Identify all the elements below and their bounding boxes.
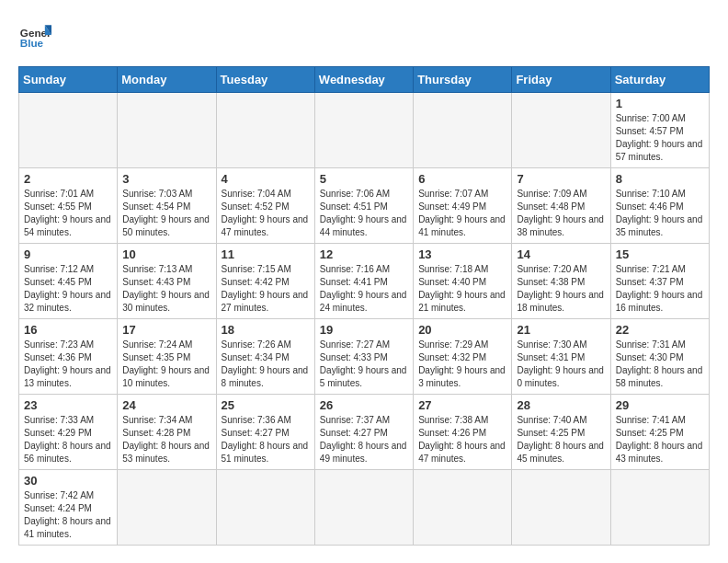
day-info: Sunrise: 7:30 AM Sunset: 4:31 PM Dayligh…	[517, 339, 605, 390]
day-info: Sunrise: 7:29 AM Sunset: 4:32 PM Dayligh…	[418, 339, 506, 390]
day-info: Sunrise: 7:40 AM Sunset: 4:25 PM Dayligh…	[517, 414, 605, 465]
day-info: Sunrise: 7:21 AM Sunset: 4:37 PM Dayligh…	[616, 263, 704, 315]
calendar-cell	[414, 93, 512, 168]
calendar-cell: 10Sunrise: 7:13 AM Sunset: 4:43 PM Dayli…	[118, 244, 216, 319]
calendar-cell: 22Sunrise: 7:31 AM Sunset: 4:30 PM Dayli…	[610, 319, 709, 395]
day-info: Sunrise: 7:38 AM Sunset: 4:26 PM Dayligh…	[418, 414, 506, 465]
calendar-cell: 7Sunrise: 7:09 AM Sunset: 4:48 PM Daylig…	[512, 168, 610, 244]
day-number: 7	[517, 172, 605, 186]
calendar-cell: 5Sunrise: 7:06 AM Sunset: 4:51 PM Daylig…	[314, 168, 413, 244]
day-info: Sunrise: 7:33 AM Sunset: 4:29 PM Dayligh…	[24, 414, 112, 465]
weekday-saturday: Saturday	[610, 67, 709, 93]
day-number: 18	[222, 323, 310, 337]
day-number: 13	[418, 247, 506, 261]
calendar-cell: 27Sunrise: 7:38 AM Sunset: 4:26 PM Dayli…	[414, 395, 512, 470]
calendar-week-1: 2Sunrise: 7:01 AM Sunset: 4:55 PM Daylig…	[19, 168, 710, 244]
calendar-week-5: 30Sunrise: 7:42 AM Sunset: 4:24 PM Dayli…	[19, 470, 710, 546]
day-number: 28	[517, 398, 605, 412]
weekday-thursday: Thursday	[414, 67, 512, 93]
day-number: 25	[222, 398, 310, 412]
day-number: 2	[24, 172, 112, 186]
calendar-cell: 28Sunrise: 7:40 AM Sunset: 4:25 PM Dayli…	[512, 395, 610, 470]
day-number: 15	[616, 247, 704, 261]
calendar-cell: 8Sunrise: 7:10 AM Sunset: 4:46 PM Daylig…	[610, 168, 709, 244]
weekday-wednesday: Wednesday	[314, 67, 413, 93]
day-number: 23	[24, 398, 112, 412]
weekday-sunday: Sunday	[19, 67, 118, 93]
day-info: Sunrise: 7:27 AM Sunset: 4:33 PM Dayligh…	[320, 339, 408, 390]
calendar-cell: 11Sunrise: 7:15 AM Sunset: 4:42 PM Dayli…	[216, 244, 314, 319]
calendar-cell: 19Sunrise: 7:27 AM Sunset: 4:33 PM Dayli…	[314, 319, 413, 395]
day-info: Sunrise: 7:42 AM Sunset: 4:24 PM Dayligh…	[24, 489, 112, 541]
day-number: 11	[222, 247, 310, 261]
day-info: Sunrise: 7:23 AM Sunset: 4:36 PM Dayligh…	[24, 339, 112, 390]
calendar-week-2: 9Sunrise: 7:12 AM Sunset: 4:45 PM Daylig…	[19, 244, 710, 319]
day-info: Sunrise: 7:18 AM Sunset: 4:40 PM Dayligh…	[418, 263, 506, 315]
svg-text:Blue: Blue	[20, 37, 44, 49]
calendar-cell	[610, 470, 709, 546]
weekday-tuesday: Tuesday	[216, 67, 314, 93]
day-info: Sunrise: 7:06 AM Sunset: 4:51 PM Dayligh…	[320, 188, 408, 239]
day-number: 17	[122, 323, 210, 337]
calendar-cell	[314, 470, 413, 546]
calendar-cell	[216, 93, 314, 168]
day-info: Sunrise: 7:12 AM Sunset: 4:45 PM Dayligh…	[24, 263, 112, 315]
day-info: Sunrise: 7:24 AM Sunset: 4:35 PM Dayligh…	[122, 339, 210, 390]
weekday-friday: Friday	[512, 67, 610, 93]
calendar-cell: 24Sunrise: 7:34 AM Sunset: 4:28 PM Dayli…	[118, 395, 216, 470]
calendar-cell: 4Sunrise: 7:04 AM Sunset: 4:52 PM Daylig…	[216, 168, 314, 244]
calendar: SundayMondayTuesdayWednesdayThursdayFrid…	[18, 66, 710, 546]
logo-icon: General Blue	[18, 18, 51, 52]
day-number: 1	[616, 97, 704, 110]
day-number: 26	[320, 398, 408, 412]
day-number: 4	[222, 172, 310, 186]
calendar-cell	[414, 470, 512, 546]
day-number: 14	[517, 247, 605, 261]
day-info: Sunrise: 7:09 AM Sunset: 4:48 PM Dayligh…	[517, 188, 605, 239]
calendar-week-0: 1Sunrise: 7:00 AM Sunset: 4:57 PM Daylig…	[19, 93, 710, 168]
calendar-cell	[118, 470, 216, 546]
calendar-cell: 2Sunrise: 7:01 AM Sunset: 4:55 PM Daylig…	[19, 168, 118, 244]
day-number: 24	[122, 398, 210, 412]
day-info: Sunrise: 7:04 AM Sunset: 4:52 PM Dayligh…	[222, 188, 310, 239]
day-number: 21	[517, 323, 605, 337]
day-number: 27	[418, 398, 506, 412]
day-number: 6	[418, 172, 506, 186]
day-number: 10	[122, 247, 210, 261]
calendar-cell: 29Sunrise: 7:41 AM Sunset: 4:25 PM Dayli…	[610, 395, 709, 470]
day-number: 22	[616, 323, 704, 337]
calendar-cell	[512, 470, 610, 546]
day-number: 29	[616, 398, 704, 412]
calendar-cell: 20Sunrise: 7:29 AM Sunset: 4:32 PM Dayli…	[414, 319, 512, 395]
calendar-week-3: 16Sunrise: 7:23 AM Sunset: 4:36 PM Dayli…	[19, 319, 710, 395]
calendar-cell: 12Sunrise: 7:16 AM Sunset: 4:41 PM Dayli…	[314, 244, 413, 319]
day-info: Sunrise: 7:03 AM Sunset: 4:54 PM Dayligh…	[122, 188, 210, 239]
weekday-monday: Monday	[118, 67, 216, 93]
day-number: 5	[320, 172, 408, 186]
calendar-cell: 1Sunrise: 7:00 AM Sunset: 4:57 PM Daylig…	[610, 93, 709, 168]
day-info: Sunrise: 7:07 AM Sunset: 4:49 PM Dayligh…	[418, 188, 506, 239]
day-info: Sunrise: 7:00 AM Sunset: 4:57 PM Dayligh…	[616, 112, 704, 164]
day-info: Sunrise: 7:36 AM Sunset: 4:27 PM Dayligh…	[222, 414, 310, 465]
calendar-cell: 17Sunrise: 7:24 AM Sunset: 4:35 PM Dayli…	[118, 319, 216, 395]
calendar-cell: 25Sunrise: 7:36 AM Sunset: 4:27 PM Dayli…	[216, 395, 314, 470]
day-info: Sunrise: 7:20 AM Sunset: 4:38 PM Dayligh…	[517, 263, 605, 315]
day-info: Sunrise: 7:16 AM Sunset: 4:41 PM Dayligh…	[320, 263, 408, 315]
calendar-cell: 14Sunrise: 7:20 AM Sunset: 4:38 PM Dayli…	[512, 244, 610, 319]
calendar-cell: 30Sunrise: 7:42 AM Sunset: 4:24 PM Dayli…	[19, 470, 118, 546]
calendar-body: 1Sunrise: 7:00 AM Sunset: 4:57 PM Daylig…	[19, 93, 710, 546]
day-info: Sunrise: 7:15 AM Sunset: 4:42 PM Dayligh…	[222, 263, 310, 315]
day-info: Sunrise: 7:41 AM Sunset: 4:25 PM Dayligh…	[616, 414, 704, 465]
calendar-cell: 23Sunrise: 7:33 AM Sunset: 4:29 PM Dayli…	[19, 395, 118, 470]
day-number: 16	[24, 323, 112, 337]
calendar-cell: 18Sunrise: 7:26 AM Sunset: 4:34 PM Dayli…	[216, 319, 314, 395]
day-info: Sunrise: 7:34 AM Sunset: 4:28 PM Dayligh…	[122, 414, 210, 465]
logo: General Blue	[18, 18, 57, 52]
day-number: 8	[616, 172, 704, 186]
calendar-cell: 13Sunrise: 7:18 AM Sunset: 4:40 PM Dayli…	[414, 244, 512, 319]
day-number: 3	[122, 172, 210, 186]
calendar-week-4: 23Sunrise: 7:33 AM Sunset: 4:29 PM Dayli…	[19, 395, 710, 470]
calendar-cell	[118, 93, 216, 168]
day-number: 12	[320, 247, 408, 261]
calendar-cell	[314, 93, 413, 168]
